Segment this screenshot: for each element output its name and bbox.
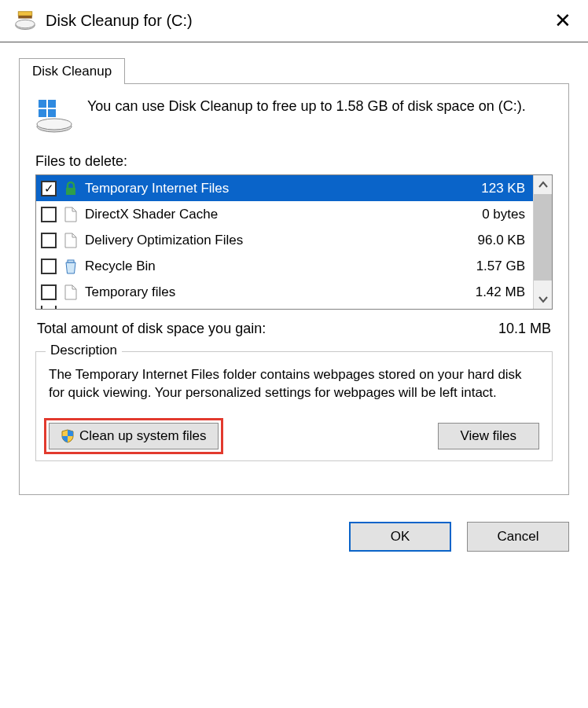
item-size: 1.42 MB bbox=[458, 284, 528, 300]
item-name: Recycle Bin bbox=[85, 259, 451, 274]
svg-rect-3 bbox=[18, 16, 32, 19]
clean-system-files-label: Clean up system files bbox=[79, 428, 207, 444]
scroll-thumb[interactable] bbox=[534, 194, 552, 281]
intro-text: You can use Disk Cleanup to free up to 1… bbox=[87, 97, 526, 116]
intro-row: You can use Disk Cleanup to free up to 1… bbox=[35, 97, 553, 134]
list-item[interactable]: Temporary files 1.42 MB bbox=[36, 279, 533, 305]
ok-button[interactable]: OK bbox=[349, 522, 451, 552]
item-size: 1.57 GB bbox=[458, 259, 528, 274]
svg-rect-5 bbox=[48, 100, 56, 108]
file-icon bbox=[63, 283, 79, 302]
item-name: Temporary Internet Files bbox=[85, 181, 451, 196]
tab-disk-cleanup[interactable]: Disk Cleanup bbox=[19, 58, 125, 84]
checkbox[interactable] bbox=[41, 207, 57, 222]
checkbox[interactable]: ✓ bbox=[41, 181, 57, 196]
clean-system-files-button[interactable]: Clean up system files bbox=[49, 423, 219, 449]
checkbox[interactable] bbox=[41, 233, 57, 248]
description-group: Description The Temporary Internet Files… bbox=[35, 351, 553, 461]
tab-strip: Disk Cleanup bbox=[19, 58, 569, 83]
svg-rect-10 bbox=[66, 188, 75, 195]
svg-point-1 bbox=[16, 20, 35, 28]
total-value: 10.1 MB bbox=[498, 321, 551, 337]
item-size: 0 bytes bbox=[458, 207, 528, 222]
list-item[interactable]: Recycle Bin 1.57 GB bbox=[36, 253, 533, 279]
files-to-delete-label: Files to delete: bbox=[35, 153, 553, 170]
scrollbar[interactable] bbox=[533, 175, 552, 309]
svg-rect-4 bbox=[39, 100, 46, 108]
scroll-up-button[interactable] bbox=[534, 175, 552, 194]
item-size: 123 KB bbox=[458, 181, 528, 196]
svg-rect-11 bbox=[68, 260, 74, 262]
svg-rect-6 bbox=[39, 109, 46, 117]
item-size: 96.0 KB bbox=[458, 233, 528, 248]
item-name: Temporary files bbox=[85, 284, 451, 300]
dialog-content: Disk Cleanup You can use Disk Cleanup to… bbox=[0, 42, 588, 508]
files-listbox: ✓ Temporary Internet Files 123 KB Direct… bbox=[35, 174, 553, 310]
scroll-down-button[interactable] bbox=[534, 290, 552, 309]
svg-point-9 bbox=[37, 119, 72, 130]
description-text: The Temporary Internet Files folder cont… bbox=[49, 366, 539, 402]
list-item-partial bbox=[36, 305, 533, 309]
scroll-track[interactable] bbox=[534, 281, 552, 290]
checkbox bbox=[41, 306, 57, 310]
description-group-title: Description bbox=[46, 343, 122, 358]
item-name: Delivery Optimization Files bbox=[85, 233, 451, 248]
recycle-bin-icon bbox=[63, 257, 79, 276]
drive-icon bbox=[35, 97, 73, 134]
list-item[interactable]: ✓ Temporary Internet Files 123 KB bbox=[36, 175, 533, 201]
list-item[interactable]: Delivery Optimization Files 96.0 KB bbox=[36, 227, 533, 253]
checkbox[interactable] bbox=[41, 284, 57, 300]
close-button[interactable]: ✕ bbox=[547, 9, 579, 33]
window-title: Disk Cleanup for (C:) bbox=[46, 12, 547, 30]
cancel-button[interactable]: Cancel bbox=[467, 522, 569, 552]
tab-panel: You can use Disk Cleanup to free up to 1… bbox=[19, 83, 569, 495]
total-row: Total amount of disk space you gain: 10.… bbox=[37, 321, 551, 337]
titlebar: Disk Cleanup for (C:) ✕ bbox=[0, 0, 588, 42]
total-label: Total amount of disk space you gain: bbox=[37, 321, 266, 337]
svg-rect-2 bbox=[18, 11, 32, 15]
disk-cleanup-icon bbox=[14, 10, 36, 32]
list-item[interactable]: DirectX Shader Cache 0 bytes bbox=[36, 201, 533, 227]
shield-icon bbox=[61, 429, 75, 443]
file-icon bbox=[63, 205, 79, 224]
view-files-label: View files bbox=[461, 428, 517, 444]
checkbox[interactable] bbox=[41, 259, 57, 274]
svg-rect-7 bbox=[48, 109, 56, 117]
view-files-button[interactable]: View files bbox=[438, 423, 540, 449]
dialog-button-row: OK Cancel bbox=[0, 508, 588, 566]
list-rows: ✓ Temporary Internet Files 123 KB Direct… bbox=[36, 175, 533, 309]
item-name: DirectX Shader Cache bbox=[85, 207, 451, 222]
lock-icon bbox=[63, 179, 79, 198]
file-icon bbox=[63, 231, 79, 250]
